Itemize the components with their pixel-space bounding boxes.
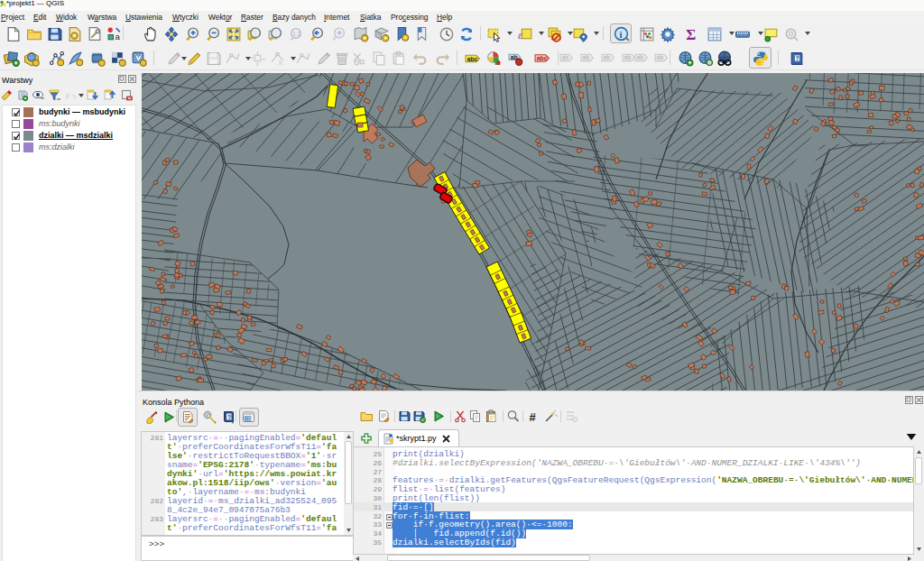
svg-text:ab: ab — [624, 54, 632, 60]
svg-text:i: i — [620, 30, 623, 40]
svg-text:ab: ab — [657, 54, 664, 60]
svg-text:?: ? — [227, 414, 231, 420]
svg-text:1:1: 1:1 — [292, 31, 300, 37]
svg-text:ab: ab — [583, 54, 590, 60]
svg-text:abc: abc — [537, 55, 548, 61]
svg-text:#: # — [530, 410, 537, 424]
svg-text:?: ? — [796, 55, 799, 61]
svg-text:ε: ε — [66, 90, 69, 100]
svg-text:abc: abc — [467, 56, 478, 62]
svg-text:ab: ab — [637, 54, 644, 60]
svg-text:ε: ε — [518, 29, 522, 41]
svg-text:Σ: Σ — [686, 26, 696, 42]
svg-text:ab: ab — [562, 54, 569, 60]
svg-text:ab: ab — [604, 54, 611, 60]
svg-text:a: a — [116, 32, 121, 41]
